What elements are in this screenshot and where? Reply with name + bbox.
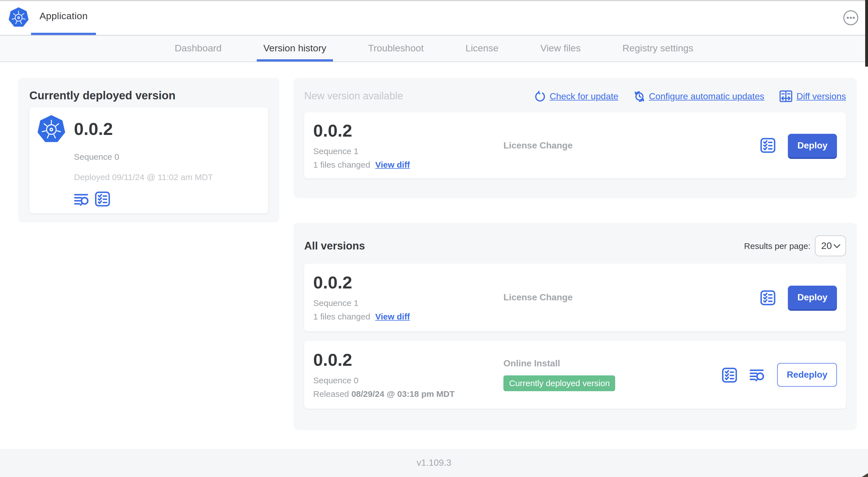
deployed-version-number: 0.0.2 [74, 119, 113, 140]
diff-versions-link[interactable]: Diff versions [780, 90, 846, 102]
new-version-panel: New version available Check for update C… [293, 78, 857, 198]
version-number: 0.0.2 [313, 274, 503, 291]
checklist-icon [722, 367, 737, 383]
preflight-checks-button[interactable] [760, 138, 775, 153]
app-name: Application [39, 11, 88, 22]
schedule-icon [633, 91, 645, 102]
version-sequence: Sequence 1 [313, 298, 503, 308]
version-number: 0.0.2 [313, 122, 503, 139]
version-row-sequence-1: 0.0.2 Sequence 1 1 files changed View di… [304, 264, 846, 331]
section-tab-bar: Dashboard Version history Troubleshoot L… [0, 35, 868, 62]
released-timestamp: 08/29/24 @ 03:18 pm MDT [351, 389, 455, 398]
kubernetes-logo-icon [8, 7, 29, 28]
update-links: Check for update Configure automatic upd… [534, 90, 846, 102]
new-version-row: 0.0.2 Sequence 1 1 files changed View di… [304, 112, 846, 178]
console-version: v1.109.3 [417, 458, 452, 468]
preflight-checks-button[interactable] [95, 191, 110, 207]
deploy-logs-button[interactable] [74, 191, 89, 207]
tab-version-history[interactable]: Version history [242, 35, 347, 62]
currently-deployed-panel: Currently deployed version 0.0.2 Sequenc… [18, 78, 279, 222]
checklist-icon [760, 138, 775, 153]
preflight-checks-button[interactable] [722, 367, 737, 383]
all-versions-panel: All versions Results per page: 20 0.0.2 … [293, 223, 857, 430]
version-source: Online Install [503, 358, 722, 368]
currently-deployed-title: Currently deployed version [29, 89, 268, 102]
version-sequence: Sequence 0 [313, 376, 503, 385]
version-row-sequence-0: 0.0.2 Sequence 0 Released 08/29/24 @ 03:… [304, 341, 846, 409]
released-label: Released [313, 389, 349, 398]
checklist-icon [95, 191, 110, 207]
redeploy-button[interactable]: Redeploy [777, 363, 837, 387]
logs-icon [74, 192, 89, 206]
view-diff-link[interactable]: View diff [375, 311, 410, 321]
tab-troubleshoot[interactable]: Troubleshoot [347, 35, 444, 62]
view-diff-link[interactable]: View diff [375, 159, 410, 169]
currently-deployed-badge: Currently deployed version [503, 376, 615, 391]
footer: v1.109.3 [0, 449, 868, 477]
version-number: 0.0.2 [313, 351, 503, 368]
check-for-update-link[interactable]: Check for update [534, 91, 619, 102]
tab-view-files[interactable]: View files [520, 35, 601, 62]
tab-license[interactable]: License [445, 35, 520, 62]
deployed-timestamp: Deployed 09/11/24 @ 11:02 am MDT [74, 172, 260, 182]
tab-registry-settings[interactable]: Registry settings [601, 35, 714, 62]
new-version-title: New version available [304, 90, 403, 102]
all-versions-title: All versions [304, 240, 365, 252]
results-per-page-label: Results per page: [744, 241, 810, 251]
tab-dashboard[interactable]: Dashboard [154, 35, 242, 62]
ellipsis-icon [843, 10, 859, 25]
more-options-button[interactable] [843, 10, 859, 25]
admin-console-screen: Application Dashboard Version history Tr… [0, 0, 868, 477]
deploy-button[interactable]: Deploy [788, 133, 837, 157]
window-top-edge [0, 0, 868, 1]
deployed-version-card: 0.0.2 Sequence 0 Deployed 09/11/24 @ 11:… [29, 107, 268, 213]
deploy-button[interactable]: Deploy [788, 286, 837, 309]
deploy-logs-button[interactable] [749, 367, 765, 383]
version-sequence: Sequence 1 [313, 146, 503, 155]
configure-automatic-updates-link[interactable]: Configure automatic updates [633, 91, 764, 102]
chevron-down-icon [834, 244, 840, 248]
files-changed-label: 1 files changed [313, 159, 370, 169]
top-bar: Application [0, 0, 868, 35]
app-logo-icon [37, 115, 65, 143]
files-changed-label: 1 files changed [313, 311, 370, 321]
logs-icon [749, 367, 765, 382]
results-per-page-select[interactable]: 20 [815, 235, 846, 256]
deployed-sequence: Sequence 0 [74, 152, 260, 161]
version-source: License Change [503, 140, 760, 150]
preflight-checks-button[interactable] [760, 290, 775, 305]
diff-icon [780, 90, 793, 102]
refresh-icon [534, 91, 546, 102]
app-nav-tab[interactable]: Application [31, 0, 96, 35]
checklist-icon [760, 290, 775, 305]
scrollbar-fragment-top [865, 0, 868, 67]
version-source: License Change [503, 292, 760, 303]
